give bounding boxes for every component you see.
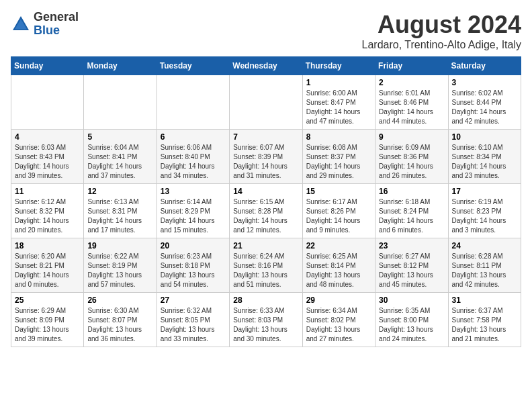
day-content: Sunrise: 6:23 AM Sunset: 8:18 PM Dayligh… [161, 252, 226, 289]
calendar-day-cell: 31Sunrise: 6:37 AM Sunset: 7:58 PM Dayli… [448, 293, 521, 347]
calendar-day-cell: 12Sunrise: 6:13 AM Sunset: 8:31 PM Dayli… [84, 184, 157, 238]
calendar-day-cell: 13Sunrise: 6:14 AM Sunset: 8:29 PM Dayli… [157, 184, 229, 238]
calendar-day-cell: 5Sunrise: 6:04 AM Sunset: 8:41 PM Daylig… [84, 130, 157, 184]
day-number: 21 [233, 241, 298, 250]
day-content: Sunrise: 6:02 AM Sunset: 8:44 PM Dayligh… [452, 89, 517, 126]
calendar-body: 1Sunrise: 6:00 AM Sunset: 8:47 PM Daylig… [11, 75, 521, 347]
calendar-day-cell: 3Sunrise: 6:02 AM Sunset: 8:44 PM Daylig… [448, 75, 521, 130]
calendar-day-cell [11, 75, 84, 130]
day-number: 8 [306, 132, 371, 142]
calendar-day-cell: 9Sunrise: 6:09 AM Sunset: 8:36 PM Daylig… [375, 130, 448, 184]
calendar-day-cell [157, 75, 229, 130]
weekday-header-row: SundayMondayTuesdayWednesdayThursdayFrid… [11, 57, 521, 75]
calendar-week-row: 4Sunrise: 6:03 AM Sunset: 8:43 PM Daylig… [11, 130, 521, 184]
day-content: Sunrise: 6:12 AM Sunset: 8:32 PM Dayligh… [15, 197, 80, 235]
calendar-day-cell: 17Sunrise: 6:19 AM Sunset: 8:23 PM Dayli… [448, 184, 521, 238]
day-number: 16 [379, 187, 444, 196]
logo-general-text: General [34, 10, 79, 24]
day-content: Sunrise: 6:25 AM Sunset: 8:14 PM Dayligh… [306, 252, 371, 289]
calendar-day-cell: 2Sunrise: 6:01 AM Sunset: 8:46 PM Daylig… [375, 75, 448, 130]
day-number: 7 [233, 132, 298, 142]
day-content: Sunrise: 6:27 AM Sunset: 8:12 PM Dayligh… [379, 252, 444, 289]
day-number: 2 [379, 78, 444, 87]
day-content: Sunrise: 6:24 AM Sunset: 8:16 PM Dayligh… [233, 252, 298, 289]
day-content: Sunrise: 6:07 AM Sunset: 8:39 PM Dayligh… [233, 143, 298, 181]
day-number: 12 [87, 187, 152, 196]
day-content: Sunrise: 6:04 AM Sunset: 8:41 PM Dayligh… [87, 143, 152, 181]
day-number: 19 [87, 241, 152, 250]
day-number: 31 [452, 295, 517, 305]
day-number: 28 [233, 295, 298, 305]
calendar-day-cell: 8Sunrise: 6:08 AM Sunset: 8:37 PM Daylig… [302, 130, 375, 184]
weekday-header-cell: Thursday [302, 57, 375, 75]
day-number: 15 [306, 187, 371, 196]
calendar-day-cell: 20Sunrise: 6:23 AM Sunset: 8:18 PM Dayli… [157, 238, 229, 293]
calendar-day-cell: 1Sunrise: 6:00 AM Sunset: 8:47 PM Daylig… [302, 75, 375, 130]
logo: General Blue [11, 11, 79, 38]
calendar-week-row: 1Sunrise: 6:00 AM Sunset: 8:47 PM Daylig… [11, 75, 521, 130]
weekday-header-cell: Saturday [448, 57, 521, 75]
weekday-header-cell: Monday [84, 57, 157, 75]
calendar-day-cell: 19Sunrise: 6:22 AM Sunset: 8:19 PM Dayli… [84, 238, 157, 293]
day-content: Sunrise: 6:17 AM Sunset: 8:26 PM Dayligh… [306, 197, 371, 235]
day-content: Sunrise: 6:13 AM Sunset: 8:31 PM Dayligh… [87, 197, 152, 235]
logo-blue-text: Blue [34, 24, 60, 37]
day-content: Sunrise: 6:01 AM Sunset: 8:46 PM Dayligh… [379, 89, 444, 126]
day-content: Sunrise: 6:18 AM Sunset: 8:24 PM Dayligh… [379, 197, 444, 235]
calendar-day-cell: 27Sunrise: 6:32 AM Sunset: 8:05 PM Dayli… [157, 293, 229, 347]
day-content: Sunrise: 6:30 AM Sunset: 8:07 PM Dayligh… [87, 306, 152, 344]
calendar-day-cell: 4Sunrise: 6:03 AM Sunset: 8:43 PM Daylig… [11, 130, 84, 184]
calendar-day-cell: 18Sunrise: 6:20 AM Sunset: 8:21 PM Dayli… [11, 238, 84, 293]
day-number: 10 [452, 132, 517, 142]
day-content: Sunrise: 6:08 AM Sunset: 8:37 PM Dayligh… [306, 143, 371, 181]
calendar-table: SundayMondayTuesdayWednesdayThursdayFrid… [11, 56, 521, 347]
day-number: 26 [87, 295, 152, 305]
calendar-day-cell: 29Sunrise: 6:34 AM Sunset: 8:02 PM Dayli… [302, 293, 375, 347]
day-number: 23 [379, 241, 444, 250]
day-content: Sunrise: 6:22 AM Sunset: 8:19 PM Dayligh… [87, 252, 152, 289]
day-content: Sunrise: 6:28 AM Sunset: 8:11 PM Dayligh… [452, 252, 517, 289]
calendar-day-cell: 15Sunrise: 6:17 AM Sunset: 8:26 PM Dayli… [302, 184, 375, 238]
day-number: 5 [87, 132, 152, 142]
day-content: Sunrise: 6:19 AM Sunset: 8:23 PM Dayligh… [452, 197, 517, 235]
day-number: 4 [15, 132, 80, 142]
calendar-day-cell: 23Sunrise: 6:27 AM Sunset: 8:12 PM Dayli… [375, 238, 448, 293]
calendar-day-cell: 6Sunrise: 6:06 AM Sunset: 8:40 PM Daylig… [157, 130, 229, 184]
calendar-day-cell: 30Sunrise: 6:35 AM Sunset: 8:00 PM Dayli… [375, 293, 448, 347]
day-content: Sunrise: 6:34 AM Sunset: 8:02 PM Dayligh… [306, 306, 371, 344]
calendar-day-cell: 24Sunrise: 6:28 AM Sunset: 8:11 PM Dayli… [448, 238, 521, 293]
day-number: 29 [306, 295, 371, 305]
weekday-header-cell: Tuesday [157, 57, 229, 75]
calendar-day-cell: 11Sunrise: 6:12 AM Sunset: 8:32 PM Dayli… [11, 184, 84, 238]
calendar-day-cell: 21Sunrise: 6:24 AM Sunset: 8:16 PM Dayli… [230, 238, 302, 293]
calendar-week-row: 18Sunrise: 6:20 AM Sunset: 8:21 PM Dayli… [11, 238, 521, 293]
calendar-day-cell: 28Sunrise: 6:33 AM Sunset: 8:03 PM Dayli… [230, 293, 302, 347]
day-number: 30 [379, 295, 444, 305]
weekday-header-cell: Sunday [11, 57, 84, 75]
day-number: 25 [15, 295, 80, 305]
calendar-day-cell: 10Sunrise: 6:10 AM Sunset: 8:34 PM Dayli… [448, 130, 521, 184]
day-number: 6 [161, 132, 226, 142]
day-number: 20 [161, 241, 226, 250]
month-title: August 2024 [362, 11, 521, 39]
calendar-day-cell: 25Sunrise: 6:29 AM Sunset: 8:09 PM Dayli… [11, 293, 84, 347]
calendar-day-cell: 26Sunrise: 6:30 AM Sunset: 8:07 PM Dayli… [84, 293, 157, 347]
day-number: 13 [161, 187, 226, 196]
day-content: Sunrise: 6:35 AM Sunset: 8:00 PM Dayligh… [379, 306, 444, 344]
day-content: Sunrise: 6:09 AM Sunset: 8:36 PM Dayligh… [379, 143, 444, 181]
weekday-header-cell: Friday [375, 57, 448, 75]
day-number: 18 [15, 241, 80, 250]
day-content: Sunrise: 6:33 AM Sunset: 8:03 PM Dayligh… [233, 306, 298, 344]
day-number: 3 [452, 78, 517, 87]
day-content: Sunrise: 6:03 AM Sunset: 8:43 PM Dayligh… [15, 143, 80, 181]
title-block: August 2024 Lardaro, Trentino-Alto Adige… [362, 11, 521, 51]
day-content: Sunrise: 6:32 AM Sunset: 8:05 PM Dayligh… [161, 306, 226, 344]
day-number: 1 [306, 78, 371, 87]
calendar-day-cell: 14Sunrise: 6:15 AM Sunset: 8:28 PM Dayli… [230, 184, 302, 238]
calendar-day-cell: 16Sunrise: 6:18 AM Sunset: 8:24 PM Dayli… [375, 184, 448, 238]
day-number: 11 [15, 187, 80, 196]
logo-icon [11, 14, 31, 34]
day-number: 22 [306, 241, 371, 250]
day-number: 24 [452, 241, 517, 250]
day-content: Sunrise: 6:14 AM Sunset: 8:29 PM Dayligh… [161, 197, 226, 235]
